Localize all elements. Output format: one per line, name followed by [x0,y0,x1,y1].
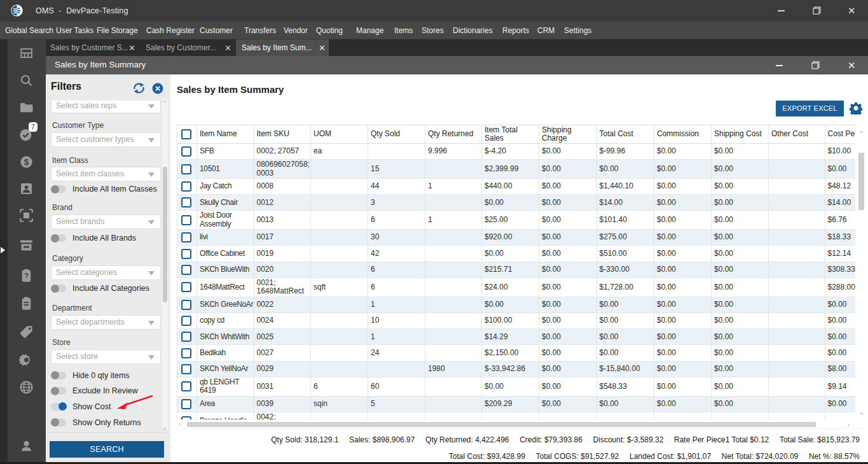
svg-text:?: ? [24,272,29,279]
svg-text:$: $ [24,157,29,167]
